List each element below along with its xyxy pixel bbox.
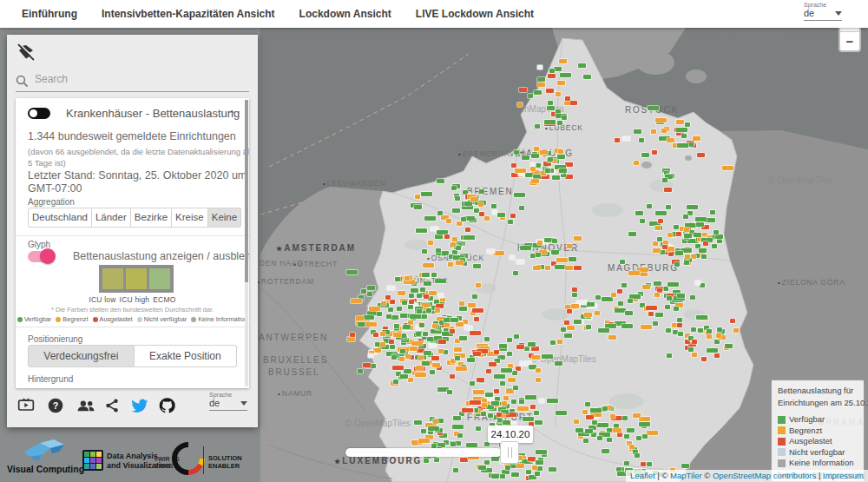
hospital-glyph[interactable] — [489, 362, 496, 366]
hospital-glyph[interactable] — [602, 297, 613, 301]
help-icon[interactable]: ? — [47, 397, 66, 416]
aggregation-keine[interactable]: Keine — [208, 208, 241, 228]
hospital-glyph[interactable] — [397, 307, 402, 311]
hospital-glyph[interactable] — [674, 225, 679, 229]
hospital-glyph[interactable] — [351, 299, 362, 303]
hospital-glyph[interactable] — [522, 155, 529, 160]
hospital-glyph[interactable] — [390, 345, 395, 349]
hospital-glyph[interactable] — [557, 155, 565, 159]
hospital-glyph[interactable] — [432, 363, 440, 367]
hospital-glyph[interactable] — [530, 405, 536, 409]
hospital-glyph[interactable] — [557, 121, 562, 125]
hospital-glyph[interactable] — [431, 273, 437, 277]
hospital-glyph[interactable] — [470, 400, 481, 405]
hospital-glyph[interactable] — [657, 237, 662, 241]
aggregation-lnder[interactable]: Länder — [92, 208, 131, 228]
hospital-glyph[interactable] — [434, 458, 439, 462]
hospital-glyph[interactable] — [574, 236, 582, 241]
hospital-glyph[interactable] — [684, 228, 689, 232]
layer-visibility-toggle[interactable] — [28, 108, 50, 119]
hospital-glyph[interactable] — [586, 415, 594, 419]
hospital-glyph[interactable] — [574, 266, 582, 270]
share-icon[interactable] — [104, 397, 123, 416]
hospital-glyph[interactable] — [450, 242, 456, 247]
hospital-glyph[interactable] — [662, 245, 667, 249]
hospital-glyph[interactable] — [542, 354, 553, 359]
hospital-glyph[interactable] — [367, 286, 375, 290]
hospital-glyph[interactable] — [667, 353, 672, 358]
hospital-glyph[interactable] — [635, 211, 643, 215]
hospital-glyph[interactable] — [674, 307, 679, 311]
hospital-glyph[interactable] — [554, 67, 562, 71]
hospital-glyph[interactable] — [459, 307, 467, 311]
hospital-glyph[interactable] — [635, 453, 640, 458]
hospital-glyph[interactable] — [655, 313, 663, 317]
hospital-glyph[interactable] — [405, 354, 411, 359]
hospital-glyph[interactable] — [583, 439, 589, 443]
hospital-glyph[interactable] — [481, 412, 486, 416]
hospital-glyph[interactable] — [441, 251, 449, 255]
hospital-glyph[interactable] — [386, 314, 391, 319]
hospital-glyph[interactable] — [417, 294, 422, 298]
hospital-glyph[interactable] — [629, 445, 635, 449]
hospital-glyph[interactable] — [685, 254, 690, 259]
hospital-glyph[interactable] — [595, 311, 600, 315]
hospital-glyph[interactable] — [426, 308, 431, 313]
hospital-glyph[interactable] — [550, 340, 556, 345]
hospital-glyph[interactable] — [503, 396, 509, 400]
hospital-glyph[interactable] — [381, 301, 386, 306]
hospital-glyph[interactable] — [658, 219, 663, 223]
hospital-glyph[interactable] — [435, 279, 446, 283]
hospital-glyph[interactable] — [361, 289, 366, 294]
hospital-glyph[interactable] — [491, 204, 496, 208]
hospital-glyph[interactable] — [408, 378, 413, 382]
hospital-glyph[interactable] — [531, 347, 539, 351]
hospital-glyph[interactable] — [385, 295, 391, 300]
hospital-glyph[interactable] — [437, 179, 444, 183]
hospital-glyph[interactable] — [514, 150, 519, 155]
hospital-glyph[interactable] — [592, 420, 597, 425]
hospital-glyph[interactable] — [677, 143, 688, 148]
hospital-glyph[interactable] — [547, 399, 558, 403]
hospital-glyph[interactable] — [610, 414, 615, 419]
hospital-glyph[interactable] — [450, 318, 458, 322]
hospital-glyph[interactable] — [685, 122, 690, 127]
hospital-glyph[interactable] — [536, 460, 543, 465]
sidebar-language-select[interactable]: Sprache de — [209, 392, 247, 411]
hospital-glyph[interactable] — [585, 402, 590, 406]
hospital-glyph[interactable] — [530, 167, 536, 171]
hospital-glyph[interactable] — [725, 344, 733, 348]
hospital-glyph[interactable] — [564, 101, 569, 105]
hospital-glyph[interactable] — [454, 347, 462, 352]
hospital-glyph[interactable] — [647, 462, 652, 466]
hospital-glyph[interactable] — [408, 305, 413, 309]
hospital-glyph[interactable] — [423, 332, 428, 336]
hospital-glyph[interactable] — [438, 294, 444, 298]
hospital-glyph[interactable] — [567, 326, 575, 330]
hospital-glyph[interactable] — [651, 129, 656, 134]
hospital-glyph[interactable] — [450, 374, 455, 379]
hospital-glyph[interactable] — [450, 442, 456, 446]
hospital-glyph[interactable] — [618, 301, 623, 306]
hospital-glyph[interactable] — [641, 462, 646, 466]
hospital-glyph[interactable] — [703, 241, 708, 246]
hospital-glyph[interactable] — [699, 248, 707, 253]
nav-item-1[interactable]: Intensivbetten-Kapazitäten Ansicht — [102, 8, 275, 20]
hospital-glyph[interactable] — [380, 342, 385, 347]
hospital-glyph[interactable] — [491, 474, 499, 479]
hospital-glyph[interactable] — [435, 308, 440, 313]
hospital-glyph[interactable] — [655, 211, 667, 215]
hospital-glyph[interactable] — [519, 399, 524, 404]
hospital-glyph[interactable] — [393, 333, 401, 337]
attribution-link[interactable]: MapTiler — [670, 471, 702, 480]
hospital-glyph[interactable] — [621, 283, 627, 287]
hospital-glyph[interactable] — [363, 315, 374, 320]
hospital-glyph[interactable] — [540, 150, 548, 155]
hospital-glyph[interactable] — [422, 273, 430, 277]
hospital-glyph[interactable] — [628, 232, 636, 236]
hospital-glyph[interactable] — [602, 406, 608, 411]
hospital-glyph[interactable] — [484, 460, 490, 465]
hospital-glyph[interactable] — [387, 286, 395, 290]
github-icon[interactable] — [158, 397, 177, 416]
hospital-glyph[interactable] — [667, 282, 679, 287]
